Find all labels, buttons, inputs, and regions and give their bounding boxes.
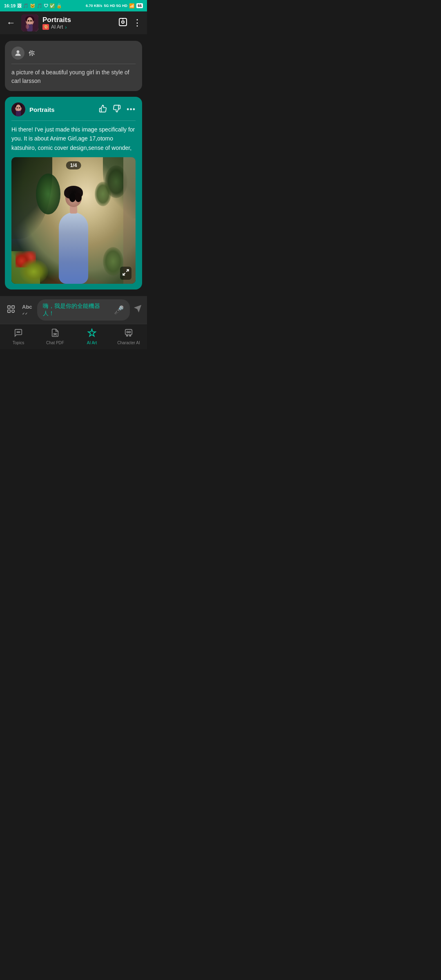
svg-point-25 <box>17 332 18 332</box>
wifi-icon: 📶 <box>129 3 135 9</box>
status-indicators: 6.70 KB/s 5G HD 5G HD 📶 55 <box>86 3 143 9</box>
svg-point-29 <box>127 332 128 333</box>
network-type: 5G HD 5G HD <box>104 4 127 8</box>
svg-rect-23 <box>8 310 10 312</box>
header-title-area: Portraits 🎨 AI Art › <box>42 16 114 30</box>
bot-avatar <box>11 102 25 116</box>
status-time: 16:19 🖼 🎵 🐱 🎵 🛡 ✅ 🔒 <box>4 3 62 9</box>
figure-hair-right <box>75 193 82 202</box>
topics-label: Topics <box>13 341 24 345</box>
chatpdf-icon <box>51 328 60 339</box>
channel-name: Portraits <box>42 16 114 24</box>
svg-point-30 <box>129 332 131 333</box>
svg-point-6 <box>30 20 32 22</box>
bot-msg-header: Portraits ••• <box>11 102 136 121</box>
characterai-icon <box>124 328 133 339</box>
status-bar: 16:19 🖼 🎵 🐱 🎵 🛡 ✅ 🔒 6.70 KB/s 5G HD 5G H… <box>0 0 147 11</box>
subtitle-text: AI Art <box>51 24 63 30</box>
chatpdf-label: Chat PDF <box>46 341 64 345</box>
svg-point-26 <box>18 332 19 332</box>
thumbs-up-button[interactable] <box>99 105 107 115</box>
leaves-right2 <box>95 182 111 206</box>
input-bar: Abc✓✓ 嗨，我是你的全能機器人！ 🎤 <box>0 296 147 324</box>
svg-rect-15 <box>16 111 21 116</box>
scan-icon-button[interactable] <box>5 303 17 317</box>
app-bar: ← Portraits 🎨 AI Art › <box>0 11 147 34</box>
user-avatar <box>11 47 24 60</box>
expand-image-button[interactable] <box>120 267 131 280</box>
ai-art-icon: 🎨 <box>42 24 49 30</box>
channel-avatar <box>21 14 38 31</box>
network-speed: 6.70 KB/s <box>86 4 102 8</box>
svg-rect-31 <box>127 336 128 336</box>
microphone-button[interactable]: 🎤 <box>114 305 124 315</box>
header-subtitle[interactable]: 🎨 AI Art › <box>42 24 114 30</box>
chat-container: 你 a picture of a beautiful young girl in… <box>0 34 147 296</box>
abc-icon-button[interactable]: Abc✓✓ <box>20 302 34 318</box>
svg-point-11 <box>17 50 20 53</box>
user-message-text: a picture of a beautiful young girl in t… <box>11 68 136 85</box>
svg-point-16 <box>16 105 21 111</box>
user-name: 你 <box>29 49 35 57</box>
aiart-icon <box>87 328 96 339</box>
svg-point-18 <box>19 107 20 109</box>
svg-point-7 <box>26 24 29 29</box>
leaves-green <box>36 174 60 214</box>
bot-message-bubble: Portraits ••• Hi there! I've just ma <box>5 97 142 290</box>
battery-indicator: 55 <box>136 3 143 8</box>
generated-image <box>11 157 136 284</box>
figure-body <box>59 212 88 284</box>
svg-point-17 <box>17 107 18 109</box>
svg-point-24 <box>12 310 14 312</box>
history-button[interactable] <box>118 17 128 29</box>
input-field-wrapper[interactable]: 嗨，我是你的全能機器人！ 🎤 <box>37 299 130 321</box>
generated-image-container[interactable]: 1/4 <box>11 157 136 284</box>
svg-point-27 <box>19 332 20 332</box>
more-options-button[interactable]: ⋮ <box>133 18 142 28</box>
topics-icon <box>14 328 23 339</box>
nav-item-topics[interactable]: Topics <box>0 328 37 345</box>
aiart-label: AI Art <box>87 341 97 345</box>
nav-item-aiart[interactable]: AI Art <box>74 328 110 345</box>
send-button[interactable] <box>133 304 142 316</box>
thumbs-down-button[interactable] <box>113 105 121 115</box>
time-display: 16:19 <box>4 3 16 8</box>
channel-avatar-image <box>21 14 38 31</box>
back-button[interactable]: ← <box>5 16 17 30</box>
input-placeholder-text[interactable]: 嗨，我是你的全能機器人！ <box>43 303 111 317</box>
chevron-right-icon: › <box>65 24 67 30</box>
svg-rect-32 <box>129 336 131 336</box>
svg-rect-21 <box>8 305 10 308</box>
wall-column <box>123 157 136 284</box>
bot-message-text: Hi there! I've just made this image spec… <box>11 125 136 152</box>
image-counter: 1/4 <box>66 161 81 169</box>
bot-name: Portraits <box>29 106 95 113</box>
nav-item-characterai[interactable]: Character AI <box>110 328 147 345</box>
user-msg-header: 你 <box>11 47 136 64</box>
more-options-bot-button[interactable]: ••• <box>127 105 136 114</box>
nav-item-chatpdf[interactable]: Chat PDF <box>37 328 74 345</box>
bottom-navigation: Topics Chat PDF AI Art <box>0 324 147 349</box>
bot-message-actions: ••• <box>99 105 136 115</box>
svg-point-5 <box>28 20 29 22</box>
svg-rect-22 <box>12 305 14 308</box>
svg-point-9 <box>122 21 124 23</box>
user-message-bubble: 你 a picture of a beautiful young girl in… <box>5 41 142 91</box>
header-actions: ⋮ <box>118 17 142 29</box>
characterai-label: Character AI <box>117 341 140 345</box>
lime-leaves <box>20 259 48 284</box>
